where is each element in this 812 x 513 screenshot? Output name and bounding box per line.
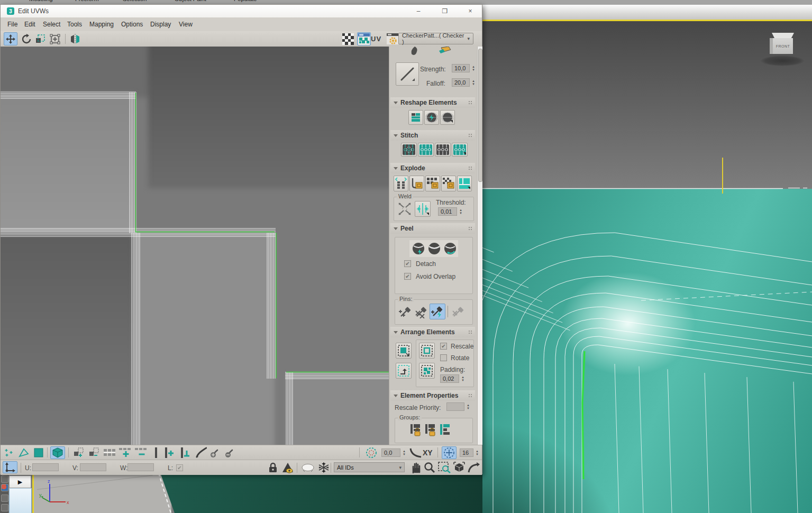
spinner-arrows-icon[interactable]: ▴▾ (401, 448, 407, 457)
ribbon-tab-populate[interactable]: Populate (234, 0, 257, 2)
w-input[interactable] (127, 463, 154, 471)
loop-grow-button[interactable] (119, 446, 132, 459)
padding-spinner[interactable]: 0,02 ▴▾ (440, 374, 459, 383)
left-toolbar-page-icon[interactable] (1, 494, 8, 502)
detach-checkbox[interactable]: ✔ (404, 260, 411, 267)
scale-tool-button[interactable] (33, 32, 47, 45)
scrollbar-thumb[interactable] (478, 49, 482, 182)
rotate-checkbox[interactable] (440, 354, 447, 361)
pin-selected-button[interactable] (398, 305, 413, 319)
stitch-to-source-button[interactable] (435, 143, 451, 157)
zoom-region-button[interactable] (437, 461, 451, 474)
detach-by-material-button[interactable] (441, 176, 456, 191)
lock-aspect-checkbox[interactable]: ✔ (176, 464, 183, 471)
polygon-mode-button[interactable] (32, 446, 45, 459)
u-input[interactable] (32, 463, 59, 471)
pack-normalize-button[interactable] (396, 343, 412, 359)
shrink-selection-button[interactable] (87, 446, 100, 459)
element-mode-button[interactable] (50, 446, 65, 459)
section-peel[interactable]: Peel (390, 223, 475, 234)
detach-by-smoothing-button[interactable] (425, 176, 440, 191)
freeze-selected-button[interactable] (317, 461, 330, 474)
section-reshape-elements[interactable]: Reshape Elements (390, 97, 475, 108)
section-arrange-elements[interactable]: Arrange Elements (390, 327, 475, 337)
spinner-arrows-icon[interactable]: ▴▾ (460, 374, 466, 383)
left-toolbar-doc-icon[interactable] (1, 504, 8, 511)
texture-dropdown[interactable]: CheckerPatt...( Checker ) ▾ (398, 33, 473, 44)
rescale-priority-spinner[interactable]: ▴▾ (446, 402, 464, 411)
falloff-space-label[interactable]: XY (423, 448, 433, 457)
unpin-all-button[interactable] (451, 305, 466, 319)
loop-shrink-button[interactable] (135, 446, 148, 459)
menu-file[interactable]: File (7, 21, 17, 28)
falloff-brush-button[interactable] (396, 62, 419, 86)
straighten-selection-button[interactable] (408, 110, 423, 125)
grow-selection-button[interactable] (71, 446, 85, 459)
flatten-by-angle-button[interactable] (457, 176, 472, 191)
paint-soft-selection-button[interactable] (442, 446, 457, 459)
menu-edit[interactable]: Edit (24, 21, 35, 28)
filter-selected-faces-button[interactable] (281, 461, 294, 474)
spinner-arrows-icon[interactable]: ▴▾ (458, 207, 464, 216)
zoom-extents-selected-button[interactable] (467, 461, 480, 474)
maximize-button[interactable]: ❒ (433, 5, 457, 17)
left-toolbar-sphere-icon[interactable] (1, 484, 8, 491)
move-tool-button[interactable] (4, 32, 17, 45)
quick-peel-button[interactable] (410, 241, 426, 256)
rescale-checkbox[interactable]: ✔ (440, 343, 447, 350)
material-id-filter-dropdown[interactable]: All IDs ▾ (334, 462, 405, 472)
spinner-arrows-icon[interactable]: ▴▾ (470, 78, 477, 87)
pack-together-button[interactable] (419, 343, 435, 359)
relax-tool-button[interactable] (440, 110, 455, 125)
stitch-to-average-button[interactable] (452, 143, 468, 157)
soft-selection-value-spinner[interactable]: 0,0 ▴▾ (381, 448, 400, 457)
edge-mode-button[interactable] (17, 446, 30, 459)
lock-selection-button[interactable] (266, 461, 279, 474)
stitch-custom-button[interactable] (401, 143, 417, 157)
soft-selection-toggle-button[interactable] (364, 446, 378, 459)
menu-select[interactable]: Select (43, 21, 60, 28)
peel-mode-button[interactable] (426, 241, 442, 256)
rotate-tool-button[interactable] (20, 32, 33, 45)
minimize-button[interactable]: – (407, 5, 430, 17)
ribbon-tab-object-paint[interactable]: Object Paint (175, 0, 206, 2)
strength-spinner[interactable]: 10,0 ▴▾ (452, 64, 470, 72)
pin-tool-button[interactable] (430, 304, 445, 319)
ring-shrink-button[interactable] (178, 446, 191, 459)
paint-tools-partial-icons[interactable] (409, 47, 462, 58)
spinner-arrows-icon[interactable]: ▴▾ (470, 64, 477, 72)
zoom-extents-button[interactable] (452, 461, 466, 474)
section-stitch[interactable]: Stitch (390, 130, 475, 141)
viewcube[interactable]: FRONT (754, 33, 812, 70)
uv-checker-toggle-button[interactable] (357, 32, 371, 45)
threshold-spinner[interactable]: 0,01 ▴▾ (438, 207, 457, 216)
select-ring-button[interactable] (152, 446, 160, 459)
select-group-button[interactable] (438, 422, 453, 438)
close-button[interactable]: × (459, 5, 482, 17)
zoom-button[interactable] (423, 461, 436, 474)
ungroup-selected-button[interactable] (423, 422, 438, 438)
left-toolbar-icon[interactable] (1, 475, 8, 483)
target-weld-button[interactable] (415, 201, 431, 217)
mini-play-button[interactable]: ▶ (9, 475, 31, 488)
section-explode[interactable]: Explode (390, 163, 475, 173)
brush-size-spinner[interactable]: 16 ▴▾ (460, 448, 473, 457)
panel-scrollbar[interactable] (477, 47, 482, 445)
group-selected-button[interactable] (408, 422, 423, 438)
falloff-spinner[interactable]: 20,0 ▴▾ (452, 78, 470, 87)
detach-edge-verts-button[interactable] (409, 176, 424, 191)
paint-select-button[interactable] (194, 446, 207, 459)
dialog-titlebar[interactable]: 3 Edit UVWs – ❒ × (1, 5, 482, 18)
rescale-elements-button[interactable] (396, 363, 412, 379)
vertex-mode-button[interactable] (2, 446, 15, 459)
hide-selected-button[interactable] (300, 461, 316, 474)
menu-tools[interactable]: Tools (67, 21, 82, 28)
menu-view[interactable]: View (179, 21, 193, 28)
absolute-offset-toggle-button[interactable] (3, 461, 17, 473)
ring-grow-button[interactable] (162, 446, 176, 459)
weld-selected-button[interactable] (397, 201, 413, 217)
pack-custom-button[interactable] (419, 363, 435, 379)
freeform-tool-button[interactable] (48, 32, 62, 45)
uv-editor-canvas[interactable] (1, 47, 389, 445)
ribbon-tab-modeling[interactable]: Modeling (29, 0, 53, 2)
